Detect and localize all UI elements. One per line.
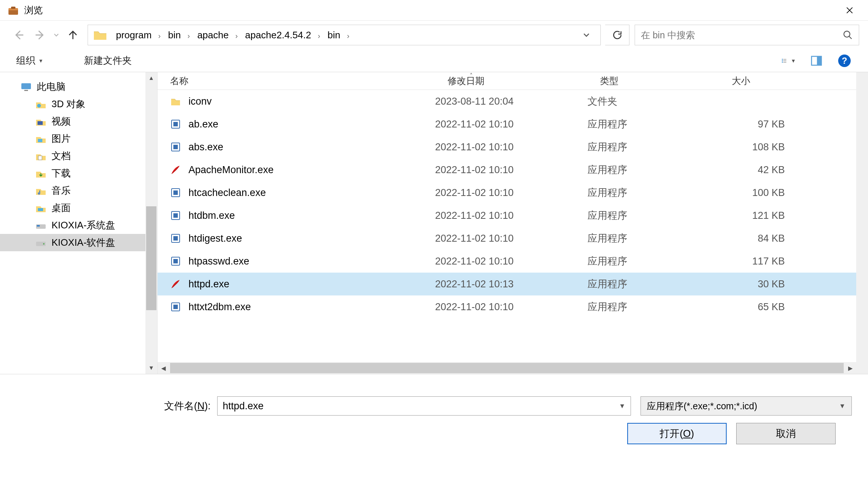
search-icon (843, 30, 853, 40)
breadcrumb-program[interactable]: program› (112, 29, 165, 41)
file-row[interactable]: htcacheclean.exe2022-11-02 10:10应用程序100 … (158, 181, 868, 204)
tree-item[interactable]: 音乐 (0, 182, 157, 199)
column-header-size[interactable]: 大小 (732, 75, 804, 87)
help-button[interactable]: ? (837, 53, 852, 68)
tree-item[interactable]: 图片 (0, 130, 157, 147)
search-box[interactable] (635, 25, 859, 45)
search-input[interactable] (641, 30, 843, 41)
file-size-cell: 30 KB (719, 278, 791, 290)
scroll-track[interactable] (170, 363, 844, 373)
file-date-cell: 2022-11-02 10:10 (435, 210, 588, 221)
help-icon: ? (838, 55, 851, 67)
address-dropdown-icon[interactable] (583, 31, 600, 39)
file-name-cell: htdigest.exe (170, 233, 435, 244)
preview-pane-button[interactable] (809, 53, 824, 68)
chevron-right-icon: › (347, 32, 350, 40)
scroll-left-icon[interactable]: ◀ (158, 365, 169, 372)
documents-icon (35, 151, 46, 161)
svg-rect-32 (173, 236, 178, 241)
feather-icon (170, 278, 181, 290)
tree-item[interactable]: 文档 (0, 147, 157, 165)
file-date-cell: 2023-08-11 20:04 (435, 96, 588, 107)
tree-item[interactable]: 下载 (0, 165, 157, 182)
filename-label: 文件名(N): (0, 399, 217, 413)
column-header-type[interactable]: 类型 (600, 75, 732, 87)
cancel-button[interactable]: 取消 (736, 423, 836, 444)
scroll-up-icon[interactable]: ▲ (145, 72, 157, 84)
svg-point-22 (43, 243, 45, 245)
open-button[interactable]: 打开(O) (627, 423, 727, 444)
nav-up-button[interactable] (63, 25, 83, 45)
tree-item[interactable]: 3D 对象 (0, 95, 157, 113)
view-options-button[interactable]: ▼ (781, 53, 796, 68)
organize-button[interactable]: 组织 ▼ (16, 54, 43, 67)
file-name-cell: iconv (170, 96, 435, 107)
breadcrumb-bin[interactable]: bin› (165, 29, 194, 41)
file-size-cell: 108 KB (719, 141, 791, 153)
svg-rect-28 (173, 190, 178, 195)
tree-label: 音乐 (52, 184, 71, 197)
file-type-filter[interactable]: 应用程序(*.exe;*.com;*.icd) ▼ (641, 396, 852, 416)
breadcrumb-apache[interactable]: apache› (194, 29, 241, 41)
file-date-cell: 2022-11-02 10:13 (435, 278, 588, 290)
file-row[interactable]: ab.exe2022-11-02 10:10应用程序97 KB (158, 113, 868, 136)
file-row[interactable]: abs.exe2022-11-02 10:10应用程序108 KB (158, 136, 868, 158)
file-date-cell: 2022-11-02 10:10 (435, 301, 588, 313)
scroll-thumb[interactable] (146, 206, 156, 310)
tree-item[interactable]: KIOXIA-系统盘 (0, 217, 157, 234)
file-type-cell: 应用程序 (588, 209, 719, 222)
chevron-down-icon: ▼ (38, 58, 43, 64)
file-row[interactable]: htpasswd.exe2022-11-02 10:10应用程序117 KB (158, 250, 868, 273)
file-size-cell: 121 KB (719, 210, 791, 221)
exe-icon (170, 119, 181, 130)
file-row[interactable]: iconv2023-08-11 20:04文件夹 (158, 90, 868, 113)
scroll-right-icon[interactable]: ▶ (844, 365, 856, 372)
tree-label: 此电脑 (37, 80, 66, 93)
file-row[interactable]: httpd.exe2022-11-02 10:13应用程序30 KB (158, 273, 868, 295)
pc-icon (21, 82, 32, 92)
feather-icon (170, 164, 181, 175)
svg-rect-13 (24, 90, 28, 91)
tree-label: 文档 (52, 150, 71, 162)
folder-icon (93, 29, 107, 41)
sidebar-scrollbar[interactable]: ▲ ▼ (145, 72, 157, 374)
tree-item[interactable]: 桌面 (0, 199, 157, 217)
refresh-button[interactable] (605, 25, 629, 45)
new-folder-button[interactable]: 新建文件夹 (84, 54, 132, 67)
chevron-down-icon[interactable]: ▼ (839, 402, 846, 410)
file-row[interactable]: htdigest.exe2022-11-02 10:10应用程序84 KB (158, 227, 868, 250)
breadcrumb-apache2.4.54.2[interactable]: apache2.4.54.2› (241, 29, 324, 41)
file-date-cell: 2022-11-02 10:10 (435, 256, 588, 267)
nav-forward-button[interactable] (29, 25, 50, 45)
breadcrumb-bin[interactable]: bin› (324, 29, 353, 41)
file-type-cell: 应用程序 (588, 300, 719, 313)
tree-item-this-pc[interactable]: 此电脑 (0, 78, 157, 95)
chevron-down-icon[interactable]: ▼ (619, 402, 625, 410)
address-bar[interactable]: program›bin›apache›apache2.4.54.2›bin› (88, 25, 601, 45)
tree-item[interactable]: 视频 (0, 113, 157, 130)
tree-label: KIOXIA-软件盘 (52, 236, 115, 249)
close-button[interactable] (839, 3, 861, 18)
filename-input[interactable]: httpd.exe ▼ (217, 396, 631, 416)
file-row[interactable]: htdbm.exe2022-11-02 10:10应用程序121 KB (158, 204, 868, 227)
svg-rect-11 (817, 56, 821, 65)
new-folder-label: 新建文件夹 (84, 54, 132, 67)
nav-history-dropdown[interactable] (50, 25, 63, 45)
nav-back-button[interactable] (9, 25, 29, 45)
filter-label: 应用程序(*.exe;*.com;*.icd) (647, 400, 757, 412)
navigation-bar: program›bin›apache›apache2.4.54.2›bin› (0, 21, 868, 49)
title-bar: 浏览 (0, 0, 868, 21)
tree-label: 桌面 (52, 202, 71, 214)
column-header-name[interactable]: 名称 (170, 75, 448, 87)
exe-icon (170, 256, 181, 267)
desktop-icon (35, 203, 46, 213)
file-row[interactable]: httxt2dbm.exe2022-11-02 10:10应用程序65 KB (158, 295, 868, 318)
vertical-scrollbar[interactable] (856, 72, 868, 362)
tree-item[interactable]: KIOXIA-软件盘 (0, 234, 157, 251)
horizontal-scrollbar[interactable]: ◀ ▶ (158, 362, 868, 374)
scroll-down-icon[interactable]: ▼ (145, 362, 157, 374)
svg-point-3 (844, 31, 850, 37)
file-name-cell: htpasswd.exe (170, 256, 435, 267)
file-date-cell: 2022-11-02 10:10 (435, 164, 588, 176)
file-row[interactable]: ApacheMonitor.exe2022-11-02 10:10应用程序42 … (158, 158, 868, 181)
